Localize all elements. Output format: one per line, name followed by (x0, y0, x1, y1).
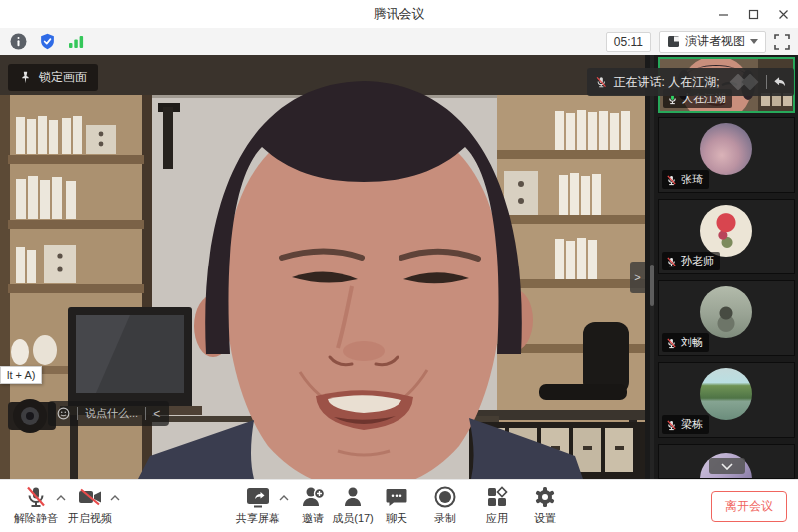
participant-tile[interactable]: 孙老师 (658, 199, 795, 274)
status-right-controls: 05:11 演讲者视图 (606, 31, 798, 53)
close-icon (778, 9, 789, 20)
maximize-icon (748, 9, 759, 20)
mic-muted-icon (595, 75, 608, 89)
emoji-icon[interactable] (57, 407, 70, 420)
avatar (700, 205, 752, 257)
apps-label: 应用 (486, 511, 508, 526)
security-shield-icon[interactable] (39, 33, 56, 50)
mic-muted-icon (666, 337, 677, 349)
participant-tile[interactable]: 刘畅 (658, 280, 795, 356)
camera-muted-icon (77, 485, 103, 509)
maximize-button[interactable] (738, 0, 768, 28)
minimize-button[interactable] (708, 0, 738, 28)
meeting-timer: 05:11 (606, 32, 651, 52)
video-options-chevron[interactable] (110, 495, 120, 501)
fullscreen-icon[interactable] (774, 34, 790, 50)
window-title: 腾讯会议 (374, 5, 425, 23)
speaking-indicator: 正在讲话: 人在江湖; (587, 68, 794, 96)
mic-muted-icon (666, 419, 677, 431)
chat-placeholder[interactable]: 说点什么... (85, 406, 138, 421)
window-controls (708, 0, 798, 28)
chevron-down-icon (750, 39, 758, 44)
members-icon (341, 485, 365, 509)
scrollbar-thumb[interactable] (650, 265, 654, 306)
participant-name: 张琦 (681, 172, 703, 187)
meeting-stage: 锁定画面 正在讲话: 人在江湖; lt (0, 55, 798, 479)
chat-input-bar[interactable]: 说点什么... < (48, 401, 169, 426)
avatar (700, 368, 752, 420)
unmute-label: 解除静音 (14, 511, 58, 526)
pin-icon (19, 71, 32, 84)
scroll-down-button[interactable] (709, 458, 745, 474)
lock-view-button[interactable]: 锁定画面 (8, 64, 98, 91)
chat-label: 聊天 (386, 511, 407, 526)
mic-muted-icon (24, 485, 48, 509)
settings-label: 设置 (534, 511, 556, 526)
participant-tile[interactable]: 梁栋 (658, 362, 795, 438)
participant-name: 梁栋 (681, 417, 703, 432)
settings-button[interactable]: 设置 (513, 485, 577, 526)
shortcut-tooltip: lt + A) (0, 366, 42, 384)
mic-muted-icon (666, 174, 677, 186)
avatar (700, 286, 752, 338)
meeting-logo-watermark (726, 74, 760, 90)
control-toolbar: 解除静音 开启视频 共享屏幕 (0, 479, 798, 532)
participant-name-tag: 梁栋 (662, 415, 709, 434)
participants-sidebar: 人在江湖 张琦 (658, 55, 795, 479)
leave-meeting-button[interactable]: 离开会议 (711, 491, 787, 522)
participant-name-tag: 刘畅 (662, 333, 709, 352)
network-signal-icon[interactable] (68, 34, 85, 49)
divider (145, 407, 146, 420)
participant-name: 刘畅 (681, 335, 703, 350)
avatar (700, 123, 752, 175)
speaking-text: 正在讲话: 人在江湖; (614, 74, 720, 91)
mic-muted-icon (666, 256, 677, 267)
participant-name-tag: 孙老师 (662, 252, 720, 270)
share-screen-icon (245, 485, 271, 509)
close-button[interactable] (768, 0, 798, 28)
chevron-right-icon: > (634, 271, 640, 283)
titlebar: 腾讯会议 (0, 0, 798, 29)
sidebar-expand-tab[interactable]: > (630, 262, 645, 293)
gear-icon (533, 485, 557, 509)
minimize-icon (718, 9, 729, 20)
status-toolbar: 05:11 演讲者视图 (0, 28, 798, 56)
chat-collapse-arrow[interactable]: < (153, 408, 160, 420)
chevron-down-icon (721, 463, 733, 470)
participant-tile-partial[interactable] (658, 444, 795, 479)
participant-name: 孙老师 (681, 254, 714, 268)
sidebar-scrollbar[interactable] (650, 55, 654, 479)
meeting-window: 腾讯会议 (0, 0, 798, 532)
participant-name-tag: 张琦 (662, 170, 709, 189)
chat-bubble-icon (385, 485, 408, 509)
divider (77, 407, 78, 420)
start-video-button[interactable]: 开启视频 (58, 485, 122, 526)
lock-view-label: 锁定画面 (39, 69, 87, 86)
status-left-icons (0, 33, 85, 50)
divider (766, 75, 767, 89)
view-mode-button[interactable]: 演讲者视图 (659, 31, 766, 53)
speaker-view-icon (667, 35, 680, 48)
participant-tile[interactable]: 张琦 (658, 117, 795, 193)
record-icon (433, 485, 457, 509)
apps-grid-icon (485, 485, 509, 509)
record-label: 录制 (434, 511, 456, 526)
meeting-info-icon[interactable] (10, 33, 27, 50)
share-screen-label: 共享屏幕 (236, 511, 280, 526)
reply-arrow-icon[interactable] (773, 75, 786, 89)
view-mode-label: 演讲者视图 (685, 33, 745, 50)
start-video-label: 开启视频 (68, 511, 112, 526)
